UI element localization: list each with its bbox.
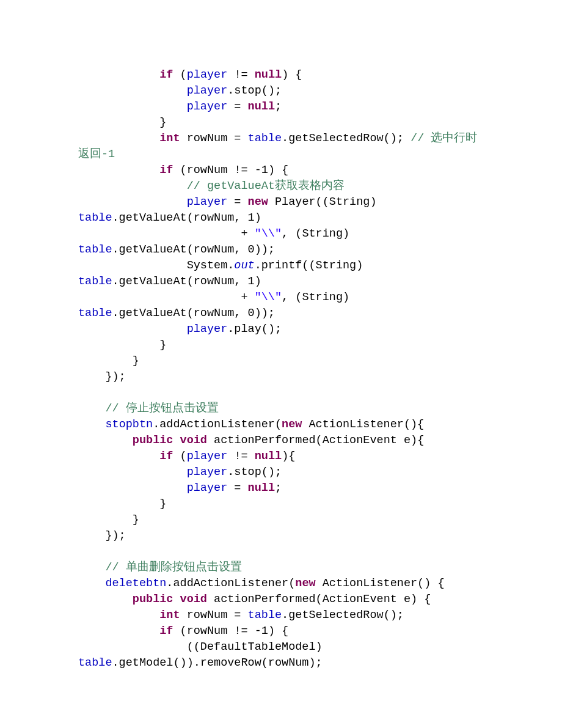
line: System.out.printf((String) (78, 259, 370, 272)
line: int rowNum = table.getSelectedRow(); (78, 609, 404, 622)
line: int rowNum = table.getSelectedRow(); // … (78, 132, 477, 145)
line: }); (78, 529, 126, 542)
line: } (78, 116, 166, 129)
line: table.getModel()).removeRow(rowNum); (78, 656, 323, 669)
line: public void actionPerformed(ActionEvent … (78, 434, 424, 447)
line: deletebtn.addActionListener(new ActionLi… (78, 577, 445, 590)
line: + "\\", (String) (78, 291, 356, 304)
code-block: if (player != null) { player.stop(); pla… (0, 0, 562, 708)
line: } (78, 498, 166, 510)
line: if (player != null) { (78, 68, 302, 81)
line: } (78, 355, 139, 367)
line: // 停止按钮点击设置 (78, 402, 219, 415)
line: if (rowNum != -1) { (78, 625, 288, 638)
line: // 单曲删除按钮点击设置 (78, 561, 242, 574)
line: table.getValueAt(rowNum, 1) (78, 211, 261, 224)
line: table.getValueAt(rowNum, 0)); (78, 307, 275, 320)
line: stopbtn.addActionListener(new ActionList… (78, 418, 424, 431)
line: // getValueAt获取表格内容 (78, 180, 345, 193)
line: public void actionPerformed(ActionEvent … (78, 593, 431, 606)
line: player.stop(); (78, 466, 282, 479)
line: player = new Player((String) (78, 196, 384, 208)
line: }); (78, 370, 126, 383)
line: if (player != null){ (78, 450, 295, 463)
line: } (78, 513, 139, 526)
line: table.getValueAt(rowNum, 1) (78, 275, 261, 288)
line: table.getValueAt(rowNum, 0)); (78, 243, 275, 256)
line: ((DefaultTableModel) (78, 641, 329, 653)
line: if (rowNum != -1) { (78, 164, 288, 177)
line: + "\\", (String) (78, 227, 356, 240)
line: player = null; (78, 100, 282, 113)
line: player.stop(); (78, 84, 282, 97)
line: 返回-1 (78, 148, 115, 161)
line: } (78, 339, 166, 351)
line: player = null; (78, 482, 282, 495)
line: player.play(); (78, 323, 282, 336)
